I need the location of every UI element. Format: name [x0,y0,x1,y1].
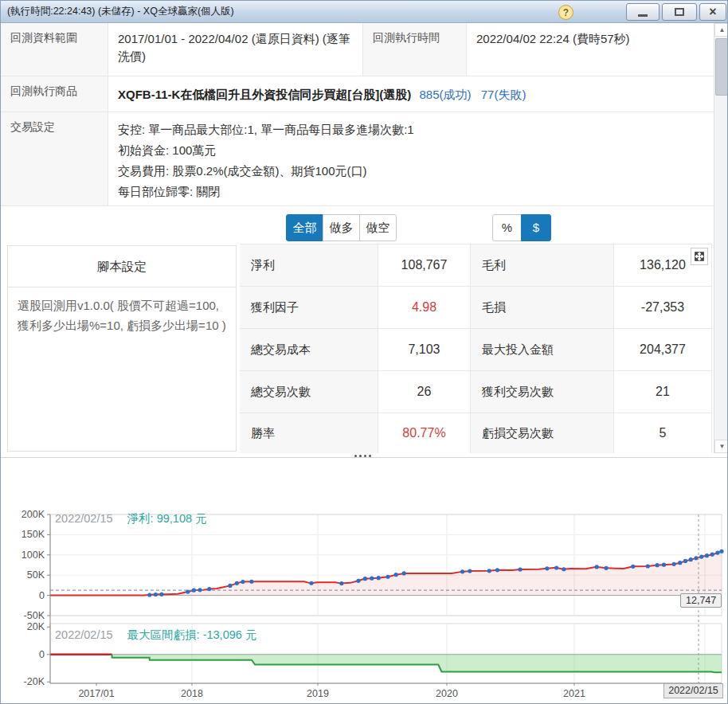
trade-marker [646,564,650,568]
maximize-button[interactable] [662,3,697,21]
help-button[interactable]: ? [558,5,573,20]
unit-dollar-button[interactable]: $ [521,214,551,241]
trade-marker [309,581,313,585]
expand-icon [694,251,705,262]
window-titlebar[interactable]: (執行時間:22:24:43) (未儲存) - XQ全球贏家(個人版) ? × [1,1,728,23]
backtest-result-window: (執行時間:22:24:43) (未儲存) - XQ全球贏家(個人版) ? × … [0,0,728,704]
stat-value: 108,767 [378,244,471,287]
y-tick-label: 0 [39,649,45,660]
splitter-line [1,457,728,458]
stat-label: 淨利 [240,244,378,287]
trade-marker [154,593,158,596]
minimize-button[interactable] [626,3,660,21]
scroll-down-button[interactable]: ▼ [714,440,728,453]
stat-label: 勝率 [240,413,378,454]
annotation-value: 淨利: 99,108 元 [127,512,207,525]
y-tick-label: 0 [39,590,45,601]
trade-marker [694,556,698,560]
trade-marker [402,571,406,575]
trade-marker [394,573,398,577]
filter-all-button[interactable]: 全部 [286,214,323,241]
trade-marker [719,550,723,553]
stats-fullscreen-button[interactable] [691,248,708,265]
label-product: 回測執行商品 [1,76,108,112]
trade-marker [356,579,360,583]
trade-marker [468,569,472,573]
scrollbar-thumb[interactable] [715,38,728,96]
drawdown-annotation: 2022/02/15 最大區間虧損: -13,096 元 [55,628,256,643]
arrow-up-icon: ▲ [719,26,726,33]
unit-percent-button[interactable]: % [492,214,522,241]
trade-marker [377,576,381,580]
close-button[interactable]: × [699,3,726,21]
y-tick-label: 100K [22,550,45,561]
close-icon: × [709,6,716,18]
trade-marker [699,554,703,558]
x-tick-label: 2017/01 [78,688,114,699]
trade-marker [386,575,389,579]
y-tick-label: -20K [24,676,45,687]
stat-value: 80.77% [378,413,471,454]
x-tick-label: 2019 [307,688,329,699]
trade-marker [363,577,367,581]
x-tick-label: 2018 [181,688,203,699]
trade-marker [715,551,719,555]
value-exec-time: 2022/04/02 22:24 (費時57秒) [467,23,714,76]
filter-short-button[interactable]: 做空 [359,214,397,241]
series-fill [50,551,722,595]
y-tick-label: 20K [27,621,45,632]
trade-marker [460,569,464,573]
stat-label: 總交易次數 [240,371,378,413]
value-backtest-range: 2017/01/01 - 2022/04/02 (還原日資料) (逐筆洗價) [108,23,363,76]
trade-marker [655,563,659,567]
stat-value: 4.98 [378,287,471,329]
stat-value: 21 [614,371,712,413]
trade-marker [370,577,374,581]
stat-label: 毛利 [471,244,614,287]
fail-count-link[interactable]: 77(失敗) [481,88,526,101]
value-trade-settings: 安控: 單一商品最大部位:1, 單一商品每日最多進場次數:1 初始資金: 100… [108,112,714,206]
trade-marker [192,589,196,593]
script-settings-header: 腳本設定 [8,246,236,287]
stats-table: 淨利 108,767 毛利 136,120 獲利因子 4.98 毛損 -27,3… [240,244,712,453]
trade-marker [678,561,682,565]
question-icon: ? [563,7,569,18]
trade-marker [683,559,687,563]
label-backtest-range: 回測資料範圍 [1,23,108,76]
y-tick-label: 150K [22,529,45,540]
trade-marker [631,565,635,569]
success-count-link[interactable]: 885(成功) [420,88,472,101]
chart-area[interactable]: 200K150K100K50K0-50K20K0-20K2017/0120182… [1,461,728,704]
stat-label: 毛損 [471,287,614,329]
pane-splitter[interactable] [1,453,728,461]
trade-marker [147,593,151,596]
trade-marker [662,563,666,567]
stat-value: 204,377 [614,329,712,371]
settings-line: 安控: 單一商品最大部位:1, 單一商品每日最多進場次數:1 [118,119,706,140]
trade-marker [207,587,211,591]
label-trade-settings: 交易設定 [1,112,108,206]
trade-marker [554,565,558,569]
trade-marker [228,584,232,588]
script-settings-body: 選股回測用v1.0.0( 股價不可超過=100, 獲利多少出場%=10, 虧損多… [8,287,236,343]
script-settings-panel: 腳本設定 選股回測用v1.0.0( 股價不可超過=100, 獲利多少出場%=10… [7,245,237,452]
net-profit-annotation: 2022/02/15 淨利: 99,108 元 [55,511,207,526]
stat-value: -27,353 [614,287,712,329]
splitter-grip-icon [354,455,371,457]
stat-label: 最大投入金額 [471,329,614,371]
scroll-up-button[interactable]: ▲ [714,23,728,37]
stat-value: 5 [614,413,712,454]
stat-value: 7,103 [378,329,471,371]
y-tick-label: 50K [27,569,45,581]
label-exec-time: 回測執行時間 [363,23,467,76]
annotation-date: 2022/02/15 [55,512,113,525]
filter-long-button[interactable]: 做多 [323,214,360,241]
vertical-scrollbar[interactable]: ▲ ▼ [714,23,728,453]
stat-label: 總交易成本 [240,329,378,371]
trade-marker [186,589,190,593]
trade-marker [705,553,709,557]
trade-marker [562,567,566,571]
annotation-date: 2022/02/15 [55,628,113,641]
trade-marker [545,566,549,570]
trade-marker [198,588,202,592]
